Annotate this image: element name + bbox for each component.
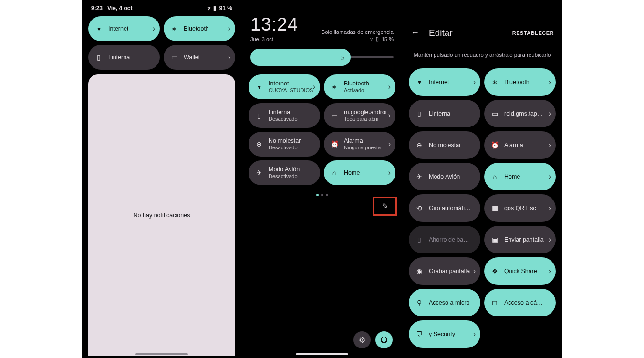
chevron-right-icon: › xyxy=(388,83,391,91)
tile-linterna[interactable]: ▯Linterna xyxy=(409,100,480,127)
nav-home-indicator[interactable] xyxy=(296,353,348,355)
tile-wallet[interactable]: ▭m.google.androiToca para abrir› xyxy=(324,103,395,128)
tile-subtitle: Desactivado xyxy=(269,116,298,122)
tile-label: Linterna xyxy=(429,110,450,117)
tile-label: Bluetooth xyxy=(184,25,209,32)
tile-grabar[interactable]: ◉Grabar pantalla› xyxy=(409,257,480,285)
nav-home-indicator[interactable] xyxy=(135,353,188,355)
tile-home[interactable]: ⌂Home› xyxy=(484,163,556,190)
tile-nomolestar[interactable]: ⊖No molestar xyxy=(409,131,480,159)
reset-button[interactable]: RESTABLECER xyxy=(512,30,554,36)
tile-label: Giro automático xyxy=(429,205,471,211)
tile-bluetooth[interactable]: ∗Bluetooth› xyxy=(484,68,556,96)
edit-tiles-button[interactable]: ✎ xyxy=(377,198,393,214)
panel-notification-shade: 9:23 Vie, 4 oct ▿ ▮ 91 % ▾Internet›∗Blue… xyxy=(82,0,242,358)
chevron-right-icon: › xyxy=(313,83,315,91)
tile-cam[interactable]: ◻Acceso a cámara xyxy=(484,289,556,316)
tile-linterna[interactable]: ▯Linterna xyxy=(88,45,160,70)
tile-quickshare[interactable]: ❖Quick Share› xyxy=(484,257,556,285)
chevron-right-icon: › xyxy=(473,78,476,86)
clock: 13:24 xyxy=(250,14,298,35)
alarm-icon: ⏰ xyxy=(331,140,338,148)
share-icon: ❖ xyxy=(491,267,499,275)
tile-internet[interactable]: ▾Internet› xyxy=(409,68,480,96)
tile-label: Alarma xyxy=(344,137,381,144)
tile-label: No molestar xyxy=(269,137,301,144)
pager-dot xyxy=(321,194,323,196)
editable-tiles-grid: ▾Internet›∗Bluetooth›▯Linterna▭roid.gms.… xyxy=(409,68,556,348)
panel-edit-tiles: ← Editar RESTABLECER Mantén pulsado un r… xyxy=(402,0,562,358)
panel-quick-settings-expanded: 13:24 Solo llamadas de emergencia Jue, 3… xyxy=(242,0,402,358)
wifi-icon: ▾ xyxy=(255,83,263,91)
tile-security[interactable]: ⛉y Security› xyxy=(409,320,480,348)
tile-label: Modo Avión xyxy=(269,166,300,173)
tile-avion[interactable]: ✈Modo AviónDesactivado xyxy=(249,160,320,185)
flashlight-icon: ▯ xyxy=(95,53,103,61)
chevron-right-icon: › xyxy=(549,78,551,86)
tile-home[interactable]: ⌂Home› xyxy=(324,160,395,185)
chevron-right-icon: › xyxy=(549,141,551,149)
camera-icon: ◻ xyxy=(491,299,499,306)
tile-label: roid.gms.tapand xyxy=(504,110,546,117)
rotate-icon: ⟲ xyxy=(415,204,423,212)
tile-internet[interactable]: ▾InternetCUOYA_STUDIOS› xyxy=(249,74,320,99)
power-button[interactable]: ⏻ xyxy=(375,331,393,348)
wifi-status-icon: ▿ xyxy=(370,36,373,42)
home-icon: ⌂ xyxy=(491,173,499,180)
tile-alarma[interactable]: ⏰Alarma› xyxy=(484,131,556,159)
chevron-right-icon: › xyxy=(153,24,155,33)
home-icon: ⌂ xyxy=(331,169,338,177)
tile-linterna[interactable]: ▯LinternaDesactivado xyxy=(249,103,320,128)
chevron-right-icon: › xyxy=(388,111,391,120)
status-time: 9:23 xyxy=(91,5,103,11)
chevron-right-icon: › xyxy=(549,204,551,212)
tile-subtitle: Desactivado xyxy=(269,173,300,179)
tile-ahorro[interactable]: ▯Ahorro de batería xyxy=(409,226,480,253)
tile-wallet[interactable]: ▭roid.gms.tapand› xyxy=(484,100,556,127)
flashlight-icon: ▯ xyxy=(415,110,423,117)
chevron-right-icon: › xyxy=(549,235,551,244)
wallet-icon: ▭ xyxy=(491,110,499,117)
tile-alarma[interactable]: ⏰AlarmaNinguna puesta› xyxy=(324,132,395,157)
bluetooth-icon: ∗ xyxy=(170,25,178,32)
chevron-right-icon: › xyxy=(388,168,391,177)
tile-label: No molestar xyxy=(429,142,461,148)
tile-internet[interactable]: ▾Internet› xyxy=(88,16,160,41)
wallet-icon: ▭ xyxy=(331,112,338,119)
shield-icon: ⛉ xyxy=(415,330,423,338)
settings-button[interactable]: ⚙ xyxy=(353,331,371,348)
back-button[interactable]: ← xyxy=(409,26,421,40)
tile-bluetooth[interactable]: ∗Bluetooth› xyxy=(164,16,235,41)
tile-giro[interactable]: ⟲Giro automático xyxy=(409,194,480,222)
notifications-empty-card: No hay notificaciones xyxy=(88,74,235,356)
quick-tiles-compact: ▾Internet›∗Bluetooth›▯Linterna▭Wallet› xyxy=(88,16,235,70)
tile-subtitle: CUOYA_STUDIOS xyxy=(269,87,313,94)
notifications-empty-text: No hay notificaciones xyxy=(134,212,190,219)
tile-qr[interactable]: ▦gos QR Esc› xyxy=(484,194,556,222)
battery-status-icon: ▮ xyxy=(213,5,217,11)
quick-tiles-expanded: ▾InternetCUOYA_STUDIOS›∗BluetoothActivad… xyxy=(249,74,395,185)
tile-subtitle: Activado xyxy=(344,87,369,94)
tile-nomolestar[interactable]: ⊖No molestarDesactivado xyxy=(249,132,320,157)
wifi-icon: ▾ xyxy=(95,25,103,32)
tile-avion[interactable]: ✈Modo Avión xyxy=(409,163,480,190)
tile-cast[interactable]: ▣Enviar pantalla› xyxy=(484,226,556,253)
tile-label: Grabar pantalla xyxy=(429,268,470,274)
gear-icon: ⚙ xyxy=(359,336,365,345)
chevron-right-icon: › xyxy=(473,330,476,338)
wifi-status-icon: ▿ xyxy=(208,5,210,11)
tile-wallet[interactable]: ▭Wallet› xyxy=(164,45,235,70)
chevron-right-icon: › xyxy=(228,24,230,33)
status-date: Vie, 4 oct xyxy=(107,5,132,11)
tile-mic[interactable]: ⚲Acceso a micro xyxy=(409,289,480,316)
brightness-slider[interactable]: ☼ xyxy=(250,49,394,66)
date-text: Jue, 3 oct xyxy=(250,36,273,42)
tile-label: Internet xyxy=(269,80,313,87)
tile-label: Alarma xyxy=(504,142,523,148)
tile-bluetooth[interactable]: ∗BluetoothActivado› xyxy=(324,74,395,99)
tile-label: Enviar pantalla xyxy=(504,236,544,243)
tile-label: Home xyxy=(344,169,360,176)
page-title: Editar xyxy=(429,28,453,38)
tile-label: Ahorro de batería xyxy=(429,236,471,243)
bluetooth-icon: ∗ xyxy=(491,78,499,86)
